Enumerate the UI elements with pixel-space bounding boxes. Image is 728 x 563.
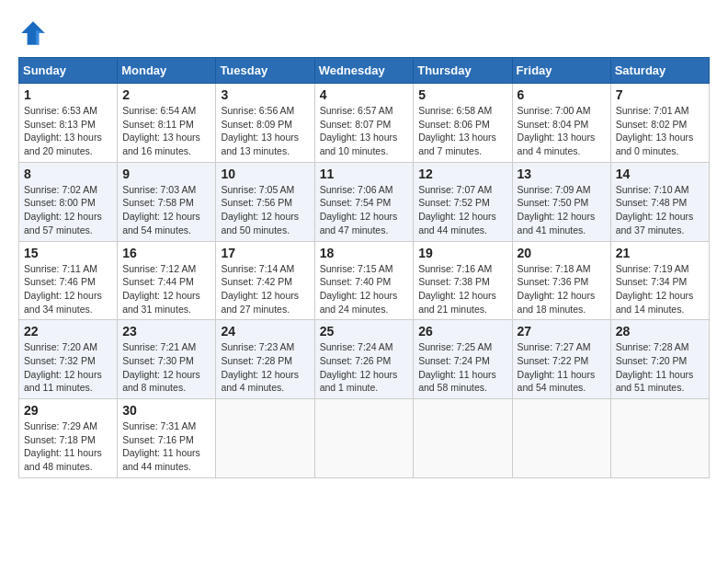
sunset-time: Sunset: 8:07 PM <box>320 119 392 130</box>
daylight-hours: Daylight: 12 hours and 44 minutes. <box>418 211 496 236</box>
calendar-week-2: 8 Sunrise: 7:02 AM Sunset: 8:00 PM Dayli… <box>19 162 710 241</box>
day-info: Sunrise: 7:00 AM Sunset: 8:04 PM Dayligh… <box>518 104 606 158</box>
calendar-cell: 17 Sunrise: 7:14 AM Sunset: 7:42 PM Dayl… <box>216 241 314 320</box>
day-number: 2 <box>122 87 210 102</box>
day-info: Sunrise: 7:01 AM Sunset: 8:02 PM Dayligh… <box>616 104 704 158</box>
day-info: Sunrise: 7:31 AM Sunset: 7:16 PM Dayligh… <box>122 419 210 474</box>
calendar-cell: 27 Sunrise: 7:27 AM Sunset: 7:22 PM Dayl… <box>512 320 610 399</box>
calendar-week-5: 29 Sunrise: 7:29 AM Sunset: 7:18 PM Dayl… <box>19 399 710 478</box>
calendar-cell: 8 Sunrise: 7:02 AM Sunset: 8:00 PM Dayli… <box>19 162 118 241</box>
day-number: 19 <box>418 246 506 260</box>
sunset-time: Sunset: 7:32 PM <box>24 355 96 366</box>
sunset-time: Sunset: 7:48 PM <box>616 197 688 208</box>
day-info: Sunrise: 7:07 AM Sunset: 7:52 PM Dayligh… <box>418 183 506 237</box>
sunrise-time: Sunrise: 7:29 AM <box>24 420 97 431</box>
day-info: Sunrise: 6:57 AM Sunset: 8:07 PM Dayligh… <box>320 104 409 158</box>
calendar-cell: 30 Sunrise: 7:31 AM Sunset: 7:16 PM Dayl… <box>118 399 216 478</box>
sunset-time: Sunset: 7:18 PM <box>24 434 96 445</box>
daylight-hours: Daylight: 11 hours and 58 minutes. <box>418 369 496 394</box>
calendar-cell: 5 Sunrise: 6:58 AM Sunset: 8:06 PM Dayli… <box>414 84 512 163</box>
day-number: 23 <box>122 324 210 339</box>
sunrise-time: Sunrise: 7:00 AM <box>518 105 591 116</box>
calendar-cell: 4 Sunrise: 6:57 AM Sunset: 8:07 PM Dayli… <box>314 84 414 163</box>
calendar-cell: 9 Sunrise: 7:03 AM Sunset: 7:58 PM Dayli… <box>118 162 216 241</box>
sunset-time: Sunset: 7:44 PM <box>122 276 194 287</box>
calendar-cell: 20 Sunrise: 7:18 AM Sunset: 7:36 PM Dayl… <box>512 241 610 320</box>
day-number: 25 <box>320 324 409 339</box>
calendar-table: SundayMondayTuesdayWednesdayThursdayFrid… <box>18 57 710 478</box>
calendar-cell: 14 Sunrise: 7:10 AM Sunset: 7:48 PM Dayl… <box>610 162 709 241</box>
calendar-cell: 24 Sunrise: 7:23 AM Sunset: 7:28 PM Dayl… <box>216 320 314 399</box>
calendar-cell: 2 Sunrise: 6:54 AM Sunset: 8:11 PM Dayli… <box>118 84 216 163</box>
sunset-time: Sunset: 7:28 PM <box>221 355 292 366</box>
day-info: Sunrise: 7:11 AM Sunset: 7:46 PM Dayligh… <box>24 262 112 316</box>
calendar-cell: 26 Sunrise: 7:25 AM Sunset: 7:24 PM Dayl… <box>414 320 512 399</box>
sunset-time: Sunset: 7:16 PM <box>122 434 194 445</box>
day-number: 16 <box>122 246 210 260</box>
day-info: Sunrise: 7:10 AM Sunset: 7:48 PM Dayligh… <box>616 183 704 237</box>
sunset-time: Sunset: 7:56 PM <box>221 197 292 208</box>
sunset-time: Sunset: 7:58 PM <box>122 197 194 208</box>
day-info: Sunrise: 7:12 AM Sunset: 7:44 PM Dayligh… <box>122 262 210 316</box>
day-number: 28 <box>616 324 704 339</box>
day-info: Sunrise: 7:19 AM Sunset: 7:34 PM Dayligh… <box>616 262 704 316</box>
day-info: Sunrise: 7:15 AM Sunset: 7:40 PM Dayligh… <box>320 262 409 316</box>
day-number: 20 <box>518 246 606 260</box>
sunset-time: Sunset: 8:00 PM <box>24 197 96 208</box>
weekday-header-wednesday: Wednesday <box>314 58 414 84</box>
day-number: 12 <box>418 167 506 181</box>
day-number: 11 <box>320 167 409 181</box>
day-info: Sunrise: 6:54 AM Sunset: 8:11 PM Dayligh… <box>122 104 210 158</box>
calendar-cell: 28 Sunrise: 7:28 AM Sunset: 7:20 PM Dayl… <box>610 320 709 399</box>
calendar-cell <box>414 399 512 478</box>
daylight-hours: Daylight: 12 hours and 8 minutes. <box>122 369 200 394</box>
daylight-hours: Daylight: 13 hours and 16 minutes. <box>122 132 200 156</box>
sunrise-time: Sunrise: 7:21 AM <box>122 341 196 352</box>
sunrise-time: Sunrise: 6:53 AM <box>24 105 97 116</box>
day-number: 7 <box>616 87 704 102</box>
calendar-week-4: 22 Sunrise: 7:20 AM Sunset: 7:32 PM Dayl… <box>19 320 710 399</box>
day-number: 10 <box>221 167 309 181</box>
calendar-cell: 6 Sunrise: 7:00 AM Sunset: 8:04 PM Dayli… <box>512 84 610 163</box>
sunrise-time: Sunrise: 7:06 AM <box>320 184 393 195</box>
day-number: 29 <box>24 403 112 418</box>
sunset-time: Sunset: 7:54 PM <box>320 197 392 208</box>
sunrise-time: Sunrise: 7:19 AM <box>616 263 689 274</box>
weekday-header-sunday: Sunday <box>19 58 118 84</box>
day-number: 24 <box>221 324 309 339</box>
sunset-time: Sunset: 7:46 PM <box>24 276 96 287</box>
day-info: Sunrise: 7:20 AM Sunset: 7:32 PM Dayligh… <box>24 340 112 395</box>
daylight-hours: Daylight: 12 hours and 24 minutes. <box>320 290 398 315</box>
weekday-header-monday: Monday <box>118 58 216 84</box>
calendar-cell: 1 Sunrise: 6:53 AM Sunset: 8:13 PM Dayli… <box>19 84 118 163</box>
daylight-hours: Daylight: 13 hours and 20 minutes. <box>24 132 102 156</box>
day-info: Sunrise: 6:56 AM Sunset: 8:09 PM Dayligh… <box>221 104 309 158</box>
sunset-time: Sunset: 8:11 PM <box>122 119 194 130</box>
daylight-hours: Daylight: 13 hours and 13 minutes. <box>221 132 299 156</box>
daylight-hours: Daylight: 12 hours and 4 minutes. <box>221 369 299 394</box>
day-info: Sunrise: 7:24 AM Sunset: 7:26 PM Dayligh… <box>320 340 409 395</box>
sunrise-time: Sunrise: 7:23 AM <box>221 341 294 352</box>
sunrise-time: Sunrise: 6:54 AM <box>122 105 196 116</box>
day-info: Sunrise: 7:05 AM Sunset: 7:56 PM Dayligh… <box>221 183 309 237</box>
day-info: Sunrise: 6:58 AM Sunset: 8:06 PM Dayligh… <box>418 104 506 158</box>
day-number: 3 <box>221 87 309 102</box>
day-number: 4 <box>320 87 409 102</box>
sunset-time: Sunset: 7:30 PM <box>122 355 194 366</box>
day-number: 5 <box>418 87 506 102</box>
page-header <box>18 18 710 48</box>
calendar-cell: 13 Sunrise: 7:09 AM Sunset: 7:50 PM Dayl… <box>512 162 610 241</box>
calendar-cell: 16 Sunrise: 7:12 AM Sunset: 7:44 PM Dayl… <box>118 241 216 320</box>
daylight-hours: Daylight: 12 hours and 21 minutes. <box>418 290 496 315</box>
daylight-hours: Daylight: 12 hours and 18 minutes. <box>518 290 596 315</box>
sunrise-time: Sunrise: 7:14 AM <box>221 263 294 274</box>
sunrise-time: Sunrise: 7:03 AM <box>122 184 196 195</box>
daylight-hours: Daylight: 12 hours and 50 minutes. <box>221 211 299 236</box>
daylight-hours: Daylight: 12 hours and 1 minute. <box>320 369 398 394</box>
day-info: Sunrise: 7:25 AM Sunset: 7:24 PM Dayligh… <box>418 340 506 395</box>
day-info: Sunrise: 7:27 AM Sunset: 7:22 PM Dayligh… <box>518 340 606 395</box>
daylight-hours: Daylight: 12 hours and 34 minutes. <box>24 290 102 315</box>
daylight-hours: Daylight: 11 hours and 48 minutes. <box>24 447 102 472</box>
sunset-time: Sunset: 7:20 PM <box>616 355 688 366</box>
daylight-hours: Daylight: 12 hours and 57 minutes. <box>24 211 102 236</box>
